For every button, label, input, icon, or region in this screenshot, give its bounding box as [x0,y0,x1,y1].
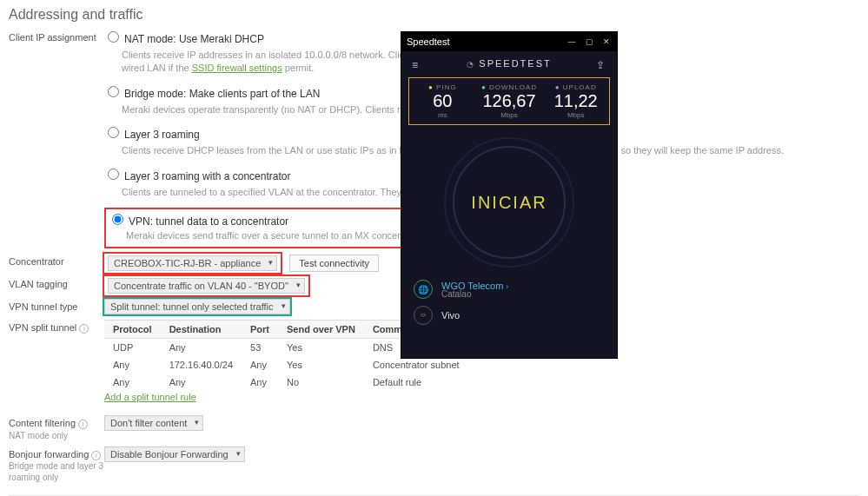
table-row: AnyAnyAnyNoDefault rule [104,374,520,391]
download-unit: Mbps [476,111,543,119]
dot-icon: ● [481,83,487,91]
opt-vpn-label: VPN: tunnel data to a concentrator [129,215,288,228]
content-filter-label: Content filteringi NAT mode only [0,415,104,440]
th-protocol: Protocol [104,321,161,339]
vlan-select[interactable]: Concentrate traffic on VLAN 40 - "BYOD" [108,278,305,294]
speedtest-window: Speedtest — ▢ ✕ ≡ ◔SPEEDTEST ⇪ ● PING 60… [401,31,618,359]
bonjour-sub: Bridge mode and layer 3 roaming only [9,460,104,483]
ping-unit: ms [409,111,476,119]
dot-icon: ● [428,83,434,91]
opt-vpn-tunnel[interactable]: VPN: tunnel data to a concentrator [109,212,427,229]
dot-icon: ● [555,83,560,91]
info-icon[interactable]: i [91,451,101,460]
bonjour-select[interactable]: Disable Bonjour Forwarding [104,446,245,462]
upload-metric: ● UPLOAD 11,22 Mbps [542,83,609,119]
speedtest-brand: ≡ ◔SPEEDTEST ⇪ [401,51,617,74]
th-dest: Destination [161,321,242,339]
go-button[interactable]: INICIAR [444,137,574,268]
opt-l3-conc-label: Layer 3 roaming with a concentrator [124,170,290,182]
radio-bridge[interactable] [108,86,119,97]
gauge-icon: ◔ [467,60,475,69]
download-value: 126,67 [476,91,543,111]
section-addressing-title: Addressing and traffic [9,7,868,23]
info-icon[interactable]: i [78,420,88,429]
metrics-box: ● PING 60 ms ● DOWNLOAD 126,67 Mbps ● UP… [408,77,610,125]
split-tunnel-label: VPN split tunneli [0,320,104,403]
th-port: Port [242,321,278,339]
opt-nat-label: NAT mode: Use Meraki DHCP [124,33,264,45]
wifi-icon: ⌔ [414,306,433,325]
test-connectivity-button[interactable]: Test connectivity [289,255,379,272]
provider-name: Vivo [441,310,460,321]
content-filter-sub: NAT mode only [9,430,104,441]
content-filter-select[interactable]: Don't filter content [104,415,203,431]
maximize-icon[interactable]: ▢ [584,36,594,47]
radio-l3[interactable] [108,127,119,138]
ping-metric: ● PING 60 ms [409,83,476,119]
globe-icon: 🌐 [414,280,433,299]
concentrator-label: Concentrator [0,254,104,273]
vlan-label: VLAN tagging [0,276,104,295]
minimize-icon[interactable]: — [567,36,577,47]
add-split-rule-link[interactable]: Add a split tunnel rule [104,392,196,402]
ssid-firewall-link[interactable]: SSID firewall settings [192,63,282,73]
menu-icon[interactable]: ≡ [412,59,420,71]
table-row: Any172.16.40.0/24AnyYesConcentrator subn… [104,356,520,374]
tunnel-type-select[interactable]: Split tunnel: tunnel only selected traff… [104,299,290,314]
share-icon[interactable]: ⇪ [596,59,606,71]
opt-bridge-label: Bridge mode: Make clients part of the LA… [124,88,320,100]
client-ip-label: Client IP assignment [0,30,104,248]
bonjour-label: Bonjour forwardingi Bridge mode and laye… [0,446,104,483]
info-icon[interactable]: i [79,324,89,334]
radio-l3-conc[interactable] [108,169,119,180]
opt-l3-label: Layer 3 roaming [124,129,200,141]
th-send: Send over VPN [278,321,364,339]
opt-vpn-desc: Meraki devices send traffic over a secur… [126,229,427,242]
close-icon[interactable]: ✕ [601,36,612,47]
radio-nat[interactable] [108,31,119,43]
window-title: Speedtest [407,36,450,47]
go-text: INICIAR [471,193,547,213]
provider-row[interactable]: 🌐 WGO Telecom› Catalao [414,276,605,302]
ping-value: 60 [409,91,476,111]
concentrator-select[interactable]: CREOBOX-TIC-RJ-BR - appliance [108,255,277,271]
upload-value: 11,22 [542,91,609,111]
provider-row[interactable]: ⌔ Vivo [414,302,605,328]
tunnel-type-label: VPN tunnel type [0,299,104,314]
upload-unit: Mbps [542,111,609,119]
chevron-right-icon: › [506,282,508,291]
titlebar[interactable]: Speedtest — ▢ ✕ [401,32,617,51]
radio-vpn[interactable] [112,214,123,225]
download-metric: ● DOWNLOAD 126,67 Mbps [476,83,543,119]
